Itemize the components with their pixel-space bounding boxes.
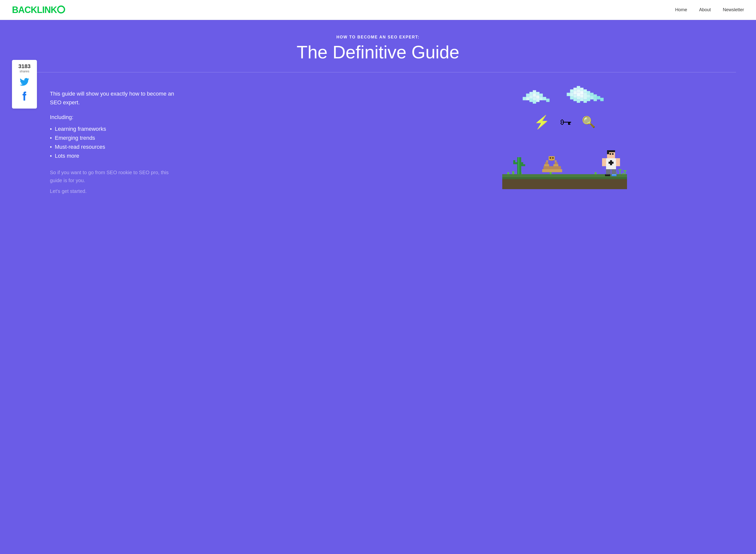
svg-rect-84 [609, 153, 611, 155]
key-icon: 🗝 [560, 115, 572, 129]
hero-title: The Definitive Guide [20, 43, 736, 62]
svg-rect-54 [594, 172, 596, 174]
svg-rect-32 [580, 95, 583, 98]
svg-rect-33 [580, 98, 583, 101]
svg-rect-89 [602, 158, 606, 166]
svg-rect-57 [622, 173, 624, 174]
svg-rect-14 [539, 97, 543, 100]
svg-rect-46 [600, 98, 603, 101]
nav-item-home[interactable]: Home [675, 7, 687, 12]
svg-rect-9 [533, 100, 536, 104]
svg-rect-61 [624, 170, 627, 171]
hero-intro: This guide will show you exactly how to … [50, 89, 180, 107]
nav-link-about[interactable]: About [699, 7, 711, 12]
hero-illustration: ⚡ 🗝 🔍 [393, 85, 736, 214]
svg-rect-34 [583, 89, 587, 93]
svg-rect-76 [555, 160, 557, 162]
svg-rect-65 [513, 160, 515, 164]
svg-rect-21 [573, 88, 577, 91]
svg-rect-74 [546, 160, 548, 162]
svg-rect-11 [536, 95, 539, 99]
svg-rect-66 [521, 162, 523, 166]
svg-rect-19 [570, 93, 573, 96]
svg-rect-85 [612, 153, 614, 155]
hero-text-block: This guide will show you exactly how to … [50, 85, 180, 194]
navbar: BACKLINK Home About Newsletter [0, 0, 756, 20]
svg-rect-23 [573, 95, 577, 98]
svg-rect-8 [533, 97, 536, 100]
svg-rect-59 [619, 169, 622, 170]
hero-cta: Let's get started. [50, 188, 180, 194]
svg-rect-49 [502, 179, 627, 189]
svg-rect-37 [583, 100, 587, 103]
facebook-share-button[interactable] [15, 91, 34, 104]
twitter-icon [20, 77, 29, 88]
nav-link-home[interactable]: Home [675, 7, 687, 12]
svg-rect-26 [577, 89, 580, 93]
svg-rect-22 [573, 91, 577, 94]
svg-rect-70 [544, 164, 549, 166]
hero-section: HOW TO BECOME AN SEO EXPERT: The Definit… [0, 20, 756, 554]
svg-rect-16 [546, 99, 549, 102]
nav-item-about[interactable]: About [699, 7, 711, 12]
hero-list: Learning frameworks Emerging trends Must… [50, 124, 180, 160]
svg-rect-35 [583, 93, 587, 96]
svg-rect-38 [587, 91, 590, 94]
svg-rect-1 [526, 94, 529, 97]
svg-rect-39 [587, 95, 590, 98]
svg-rect-78 [550, 157, 551, 159]
svg-rect-5 [529, 99, 532, 102]
hero-divider [20, 72, 736, 72]
hero-subtitle: HOW TO BECOME AN SEO EXPERT: [20, 35, 736, 40]
pixel-items-row: ⚡ 🗝 🔍 [534, 115, 595, 130]
svg-rect-12 [536, 99, 539, 102]
logo[interactable]: BACKLINK [12, 5, 65, 15]
svg-rect-53 [550, 172, 551, 174]
svg-rect-83 [607, 152, 609, 154]
svg-rect-60 [625, 171, 626, 174]
svg-rect-45 [597, 96, 600, 99]
svg-rect-4 [529, 95, 532, 99]
svg-rect-25 [577, 86, 580, 89]
svg-rect-50 [507, 172, 509, 174]
svg-rect-17 [567, 93, 570, 96]
svg-rect-73 [555, 162, 558, 164]
hero-outro: So if you want to go from SEO rookie to … [50, 168, 180, 184]
share-count: 3183 [14, 63, 35, 69]
list-item: Must-read resources [50, 143, 180, 152]
twitter-share-button[interactable] [15, 76, 34, 89]
logo-o-icon [57, 5, 65, 13]
svg-rect-7 [533, 94, 536, 97]
svg-rect-82 [607, 150, 615, 152]
svg-rect-88 [608, 162, 614, 164]
svg-rect-77 [549, 156, 555, 160]
svg-rect-27 [577, 93, 580, 96]
svg-rect-20 [570, 96, 573, 99]
svg-rect-36 [583, 96, 587, 99]
svg-rect-95 [605, 174, 609, 175]
pixel-scene [500, 137, 630, 192]
svg-rect-79 [552, 157, 554, 159]
nav-link-newsletter[interactable]: Newsletter [723, 7, 744, 12]
list-item: Lots more [50, 152, 180, 160]
magnifier-icon: 🔍 [582, 116, 595, 128]
hero-content: This guide will show you exactly how to … [50, 85, 736, 214]
svg-rect-29 [577, 100, 580, 103]
svg-rect-67 [518, 157, 519, 174]
svg-rect-80 [550, 160, 553, 161]
nav-item-newsletter[interactable]: Newsletter [723, 7, 744, 12]
svg-rect-40 [587, 98, 590, 101]
logo-text: BACKLINK [12, 5, 57, 15]
svg-rect-18 [570, 89, 573, 93]
svg-rect-43 [593, 95, 596, 98]
svg-rect-15 [543, 97, 546, 100]
svg-rect-96 [612, 174, 616, 175]
svg-rect-31 [580, 91, 583, 94]
share-box: 3183 shares [12, 60, 37, 109]
svg-rect-2 [526, 97, 529, 100]
svg-rect-13 [539, 94, 543, 97]
svg-rect-72 [545, 162, 548, 164]
svg-rect-48 [502, 177, 627, 179]
svg-rect-30 [580, 88, 583, 91]
nav-links: Home About Newsletter [675, 7, 744, 12]
